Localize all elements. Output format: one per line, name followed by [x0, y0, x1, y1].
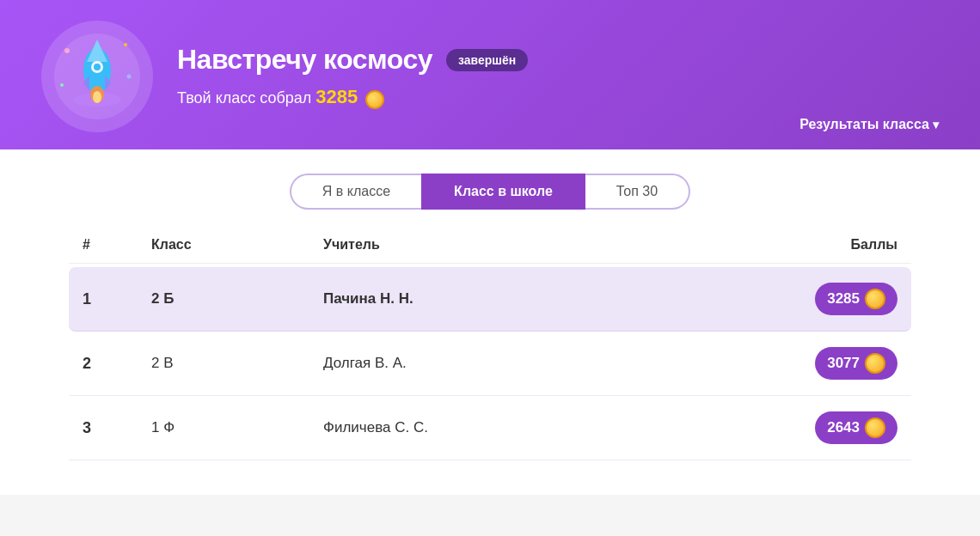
svg-point-5 [94, 64, 101, 70]
rocket-image [41, 21, 153, 132]
coin-icon-3 [865, 417, 885, 438]
score-value-1: 3285 [827, 290, 860, 308]
cell-rank-1: 1 [83, 290, 151, 308]
coin-icon-2 [865, 353, 885, 374]
score-badge-3: 2643 [815, 411, 897, 444]
cell-class-2: 2 В [151, 355, 323, 372]
coin-icon-1 [865, 289, 885, 309]
leaderboard-table: # Класс Учитель Баллы 1 2 Б Пачина Н. Н.… [69, 237, 911, 460]
col-header-score: Баллы [708, 237, 897, 253]
header-banner: Навстречу космосу завершён Твой класс со… [0, 0, 980, 149]
cell-rank-3: 3 [83, 419, 151, 437]
subtitle-row: Твой класс собрал 3285 [177, 86, 939, 108]
tabs-row: Я в классе Класс в школе Топ 30 [69, 174, 911, 210]
svg-point-12 [127, 75, 132, 79]
cell-class-3: 1 Ф [151, 419, 323, 436]
score-badge-1: 3285 [815, 283, 897, 315]
coin-icon [365, 90, 384, 109]
cell-score-3: 2643 [708, 411, 897, 444]
tab-top30[interactable]: Топ 30 [585, 174, 690, 210]
main-content: Я в классе Класс в школе Топ 30 # Класс … [0, 149, 980, 495]
table-row: 3 1 Ф Филичева С. С. 2643 [69, 396, 911, 460]
header-score: 3285 [315, 86, 358, 107]
chevron-down-icon: ▾ [933, 118, 939, 131]
cell-teacher-2: Долгая В. А. [323, 355, 708, 372]
svg-point-9 [93, 91, 101, 103]
subtitle-prefix: Твой класс собрал [177, 89, 311, 107]
col-header-teacher: Учитель [323, 237, 708, 253]
cell-rank-2: 2 [83, 355, 151, 373]
score-value-2: 3077 [827, 355, 860, 372]
cell-score-1: 3285 [708, 283, 897, 315]
cell-score-2: 3077 [708, 347, 897, 380]
results-link-text: Результаты класса [799, 117, 929, 132]
tab-my-class[interactable]: Я в классе [290, 174, 421, 210]
status-badge: завершён [446, 49, 528, 71]
svg-point-11 [124, 43, 127, 46]
table-row: 2 2 В Долгая В. А. 3077 [69, 332, 911, 396]
score-badge-2: 3077 [815, 347, 897, 380]
svg-point-13 [60, 83, 64, 87]
tab-class-in-school[interactable]: Класс в школе [421, 174, 585, 210]
cell-teacher-1: Пачина Н. Н. [323, 290, 708, 308]
table-row: 1 2 Б Пачина Н. Н. 3285 [69, 267, 911, 332]
cell-teacher-3: Филичева С. С. [323, 419, 708, 436]
col-header-rank: # [83, 237, 151, 253]
cell-class-1: 2 Б [151, 290, 323, 308]
table-header: # Класс Учитель Баллы [69, 237, 911, 264]
svg-point-10 [64, 48, 70, 53]
page-title: Навстречу космосу [177, 44, 432, 76]
score-value-3: 2643 [827, 419, 860, 436]
col-header-class: Класс [151, 237, 323, 253]
results-link[interactable]: Результаты класса ▾ [799, 117, 939, 132]
header-info: Навстречу космосу завершён Твой класс со… [177, 44, 939, 108]
